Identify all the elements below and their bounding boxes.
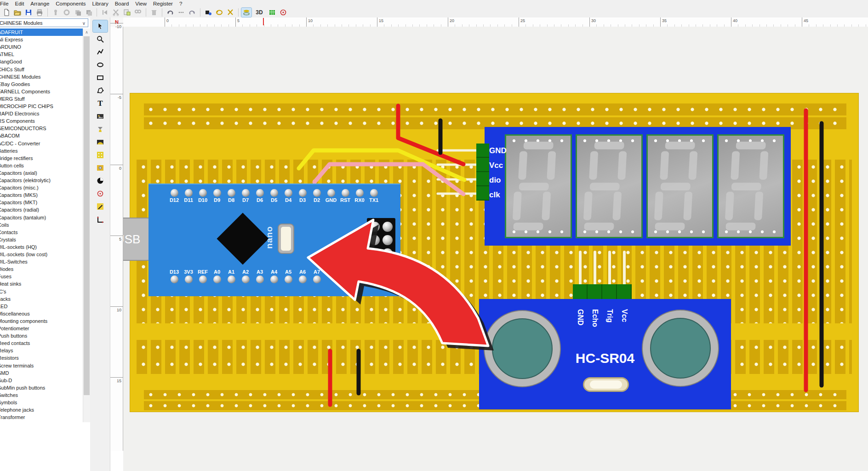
library-list-item[interactable]: SEMICONDUCTORS — [0, 125, 83, 132]
library-list-item[interactable]: Push buttons — [0, 332, 83, 339]
library-list-item[interactable]: ARDUINO — [0, 43, 83, 51]
library-list-item[interactable]: Telephone jacks — [0, 406, 83, 414]
library-list-item[interactable]: Capacitors (MKS) — [0, 191, 83, 199]
cut-button[interactable] — [111, 8, 121, 17]
library-list-item[interactable]: Capacitors (axial) — [0, 169, 83, 177]
library-list-item[interactable]: Capacitors (elektrolytic) — [0, 177, 83, 184]
measure-tool[interactable] — [93, 213, 108, 225]
select-tool[interactable] — [93, 20, 108, 32]
photo-tool[interactable] — [93, 136, 108, 148]
polyline-tool[interactable] — [93, 46, 108, 58]
grid-pad-tool[interactable] — [93, 149, 108, 161]
zoom-tool[interactable] — [93, 33, 108, 45]
ellipse-tool[interactable] — [93, 59, 108, 71]
library-list-item[interactable]: Transformer — [0, 414, 83, 421]
rotate-button[interactable] — [214, 8, 224, 17]
library-list-item[interactable]: Symbols — [0, 399, 83, 406]
library-list-item[interactable]: Ali Express — [0, 36, 83, 43]
find-button[interactable] — [133, 8, 143, 17]
polygon-tool[interactable] — [93, 85, 108, 97]
print-button[interactable] — [34, 8, 45, 17]
library-list-item[interactable]: Capacitors (MKT) — [0, 199, 83, 206]
scrollbar-thumb[interactable] — [84, 36, 90, 395]
library-list-item[interactable]: AC/DC - Converter — [0, 140, 83, 147]
jump-first-button[interactable] — [100, 8, 110, 17]
menu-item[interactable]: File — [0, 1, 12, 6]
library-list-item[interactable]: Relays — [0, 347, 83, 354]
library-list-item[interactable]: EBay Goodies — [0, 80, 83, 88]
library-list-item[interactable]: Capacitors (misc.) — [0, 184, 83, 191]
library-list-item[interactable]: Capacitors (radial) — [0, 206, 83, 213]
scrollbar-up-icon[interactable]: ∧ — [83, 29, 90, 36]
grid-button[interactable] — [267, 8, 277, 17]
anchor-button[interactable] — [62, 8, 72, 17]
library-list-item[interactable]: CHINESE Modules — [0, 73, 83, 80]
library-list-item[interactable]: LED — [0, 303, 83, 310]
library-list-item[interactable]: Crystals — [0, 236, 83, 243]
library-list-item[interactable]: Heat sinks — [0, 280, 83, 287]
origin-marker-tool[interactable] — [93, 188, 108, 200]
menu-item[interactable]: Board — [112, 1, 132, 6]
library-list-item[interactable]: Coils — [0, 221, 83, 229]
library-list-item[interactable]: Miscellaneous — [0, 310, 83, 317]
library-list-item[interactable]: SubMin push buttons — [0, 384, 83, 391]
delete-button[interactable] — [149, 8, 159, 17]
menu-item[interactable]: Edit — [12, 1, 28, 6]
origin-button[interactable] — [278, 8, 288, 17]
library-list-item[interactable]: RAPID Electronics — [0, 110, 83, 117]
menu-item[interactable]: Arrange — [27, 1, 52, 6]
wire-cutter-button[interactable] — [225, 8, 235, 17]
library-list-item[interactable]: Potentiometer — [0, 325, 83, 332]
library-list-item[interactable]: Reed contacts — [0, 339, 83, 347]
library-list-item[interactable]: Diodes — [0, 265, 83, 273]
menu-item[interactable]: Library — [89, 1, 112, 6]
image-tool[interactable] — [93, 110, 108, 122]
library-list-item[interactable]: Button cells — [0, 162, 83, 169]
library-list-item[interactable]: SMD — [0, 369, 83, 377]
library-list-item[interactable]: Bridge rectifiers — [0, 155, 83, 162]
library-list-item[interactable]: Switches — [0, 391, 83, 399]
component-mode-button[interactable] — [203, 8, 213, 17]
library-list-item[interactable]: Mounting components — [0, 317, 83, 325]
paste-special-button[interactable] — [122, 8, 132, 17]
menu-item[interactable]: ? — [176, 1, 185, 6]
sidebar-scrollbar[interactable]: ∧ — [83, 29, 90, 422]
stamp-copy-button[interactable] — [84, 8, 94, 17]
save-button[interactable] — [23, 8, 34, 17]
library-list-item[interactable]: DIL-sockets (HQ) — [0, 243, 83, 251]
design-canvas[interactable]: GNDVccdioclk HC-SR04 GNDEchoTrigVcc USB … — [123, 27, 868, 471]
library-list-item[interactable]: Contacts — [0, 229, 83, 236]
library-list-item[interactable]: Screw terminals — [0, 362, 83, 369]
library-list-item[interactable]: Sub-D — [0, 377, 83, 384]
text-tool[interactable]: T — [93, 98, 108, 109]
library-list-item[interactable]: BangGood — [0, 58, 83, 65]
history-button[interactable] — [176, 8, 186, 17]
menu-item[interactable]: Components — [52, 1, 89, 6]
menu-item[interactable]: View — [132, 1, 150, 6]
library-dropdown[interactable]: CHINESE Modules ∨ — [0, 18, 88, 27]
library-list-item[interactable]: DIL-Switches — [0, 258, 83, 265]
library-list-item[interactable]: RS Components — [0, 117, 83, 125]
library-list-item[interactable]: MERG Stuff — [0, 95, 83, 103]
library-list-item[interactable]: ADAFRUIT — [0, 29, 83, 36]
library-list-item[interactable]: IC's — [0, 288, 83, 295]
overlay-view-button[interactable] — [241, 8, 251, 17]
spray-tool[interactable] — [93, 123, 108, 135]
library-list-item[interactable]: CHICs Stuff — [0, 66, 83, 73]
stamp-button[interactable] — [73, 8, 83, 17]
library-list-item[interactable]: MICROCHIP PIC CHIPS — [0, 103, 83, 110]
undo-button[interactable] — [165, 8, 175, 17]
redo-button[interactable] — [187, 8, 197, 17]
library-list-item[interactable]: Fuses — [0, 273, 83, 280]
new-file-button[interactable] — [1, 8, 11, 17]
library-list-item[interactable]: Batteries — [0, 147, 83, 155]
draw-tool[interactable] — [93, 201, 108, 213]
library-list-item[interactable]: ABACOM — [0, 132, 83, 139]
pad-tool[interactable] — [93, 162, 108, 174]
library-list-item[interactable]: FARNELL Components — [0, 88, 83, 95]
pin-button[interactable] — [51, 8, 61, 17]
pie-tool[interactable] — [93, 175, 108, 187]
library-list-item[interactable]: DIL-sockets (low cost) — [0, 251, 83, 258]
3d-view-button[interactable]: 3D — [252, 7, 266, 17]
menu-item[interactable]: Register — [150, 1, 176, 6]
